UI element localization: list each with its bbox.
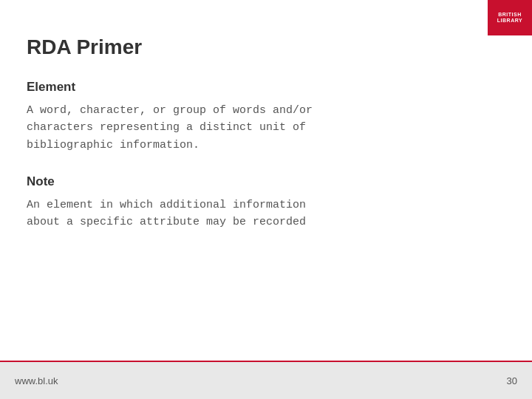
logo-text-line2: LIBRARY xyxy=(497,18,522,24)
element-section: Element A word, character, or group of w… xyxy=(27,80,473,154)
logo-text-line1: BRITISH xyxy=(498,12,522,18)
slide-title: RDA Primer xyxy=(27,35,473,59)
bottom-bar: www.bl.uk 30 xyxy=(0,362,532,399)
note-section: Note An element in which additional info… xyxy=(27,174,473,231)
note-text: An element in which additional informati… xyxy=(27,197,473,231)
element-label: Element xyxy=(27,80,473,95)
element-text: A word, character, or group of words and… xyxy=(27,102,473,154)
british-library-logo: BRITISH LIBRARY xyxy=(488,0,532,35)
slide-container: BRITISH LIBRARY RDA Primer Element A wor… xyxy=(0,0,532,399)
page-number: 30 xyxy=(507,375,517,386)
main-content: RDA Primer Element A word, character, or… xyxy=(27,30,473,355)
footer-url: www.bl.uk xyxy=(15,375,58,386)
note-label: Note xyxy=(27,174,473,189)
